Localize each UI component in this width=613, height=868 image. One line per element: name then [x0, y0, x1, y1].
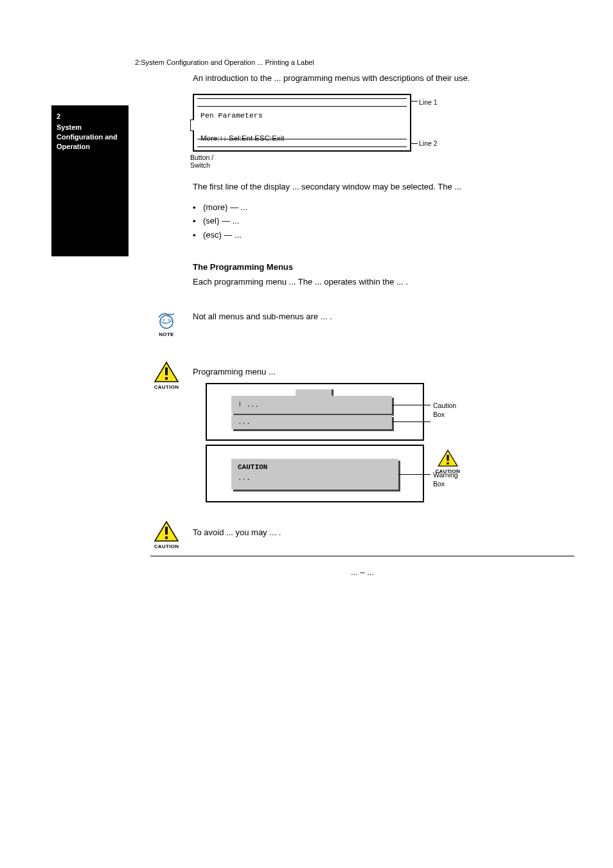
lcd-callout-line2: Line 2 — [419, 139, 438, 148]
bullet-dot-icon: • — [193, 229, 203, 241]
svg-rect-5 — [165, 377, 168, 380]
caution-icon-inline: CAUTION — [435, 449, 460, 475]
lcd-top-strip — [197, 98, 407, 107]
caution-panel-2-line2: ... — [231, 472, 398, 484]
side-tab-title: System Configuration and Operation — [57, 123, 123, 152]
body-paragraph: The first line of the display ... second… — [193, 181, 574, 193]
lcd-callout-button: Button / Switch — [190, 154, 235, 169]
lcd-figure: Pen Parameters More:↑↓ Sel:Ent ESC:Exit … — [193, 94, 574, 152]
svg-rect-10 — [165, 527, 168, 535]
lcd-callout-line1: Line 1 — [419, 98, 438, 107]
note-label: NOTE — [159, 332, 173, 339]
svg-rect-4 — [165, 368, 168, 375]
caution-label: CAUTION — [154, 384, 179, 391]
note-icon: NOTE — [150, 311, 182, 339]
caution-panel-1-label: Caution Box — [433, 401, 456, 419]
page-footer: ... – ... — [150, 567, 574, 578]
lcd-panel: Pen Parameters More:↑↓ Sel:Ent ESC:Exit — [193, 94, 411, 152]
bullet-item: • (more) — ... — [193, 202, 574, 213]
caution-text-2: To avoid ... you may ... . — [193, 520, 574, 538]
side-tab-number: 2 — [57, 112, 123, 121]
bullet-text: (sel) — ... — [203, 215, 239, 227]
section-heading: The Programming Menus — [193, 261, 574, 273]
svg-rect-11 — [165, 536, 168, 539]
caution-panel-1: ! ... ... Caution Box — [206, 383, 424, 441]
bullet-text: (esc) — ... — [203, 229, 242, 241]
svg-rect-8 — [447, 463, 449, 465]
callout-line — [411, 101, 418, 102]
section-body: Each programming menu ... The ... operat… — [193, 276, 574, 288]
note-text: Not all menus and sub-menus are ... . — [193, 311, 574, 323]
caution-icon: CAUTION — [150, 361, 182, 391]
divider — [150, 556, 574, 556]
svg-point-2 — [168, 319, 170, 321]
bullet-dot-icon: • — [193, 215, 203, 227]
svg-point-1 — [163, 319, 164, 321]
svg-rect-7 — [447, 455, 449, 461]
bullet-item: • (esc) — ... — [193, 229, 574, 241]
lcd-line2-text: More:↑↓ Sel:Ent ESC:Exit — [200, 134, 284, 144]
caution-intro: Programming menu ... — [193, 366, 574, 378]
caution-label: CAUTION — [154, 544, 179, 551]
bullet-item: • (sel) — ... — [193, 215, 574, 227]
callout-line — [411, 143, 418, 144]
caution-icon: CAUTION — [150, 520, 182, 551]
lcd-button-notch — [190, 120, 194, 131]
caution-panel-2: CAUTION ... Warning Box CAUTION — [206, 445, 424, 502]
header-breadcrumb: 2:System Configuration and Operation ...… — [135, 58, 574, 67]
intro-paragraph: An introduction to the ... programming m… — [193, 73, 574, 84]
side-tab: 2 System Configuration and Operation — [51, 105, 129, 256]
caution-panel-1-line2: ... — [231, 415, 392, 430]
bullet-dot-icon: • — [193, 202, 203, 213]
section-programming-menus: The Programming Menus Each programming m… — [193, 261, 574, 288]
caution-panel-1-line1: ! ... — [231, 396, 392, 414]
caution-panel-2-line1: CAUTION — [231, 459, 398, 472]
bullet-text: (more) — ... — [203, 202, 247, 213]
lcd-line1-text: Pen Parameters — [200, 111, 263, 121]
caution-label-inline: CAUTION — [435, 468, 460, 475]
